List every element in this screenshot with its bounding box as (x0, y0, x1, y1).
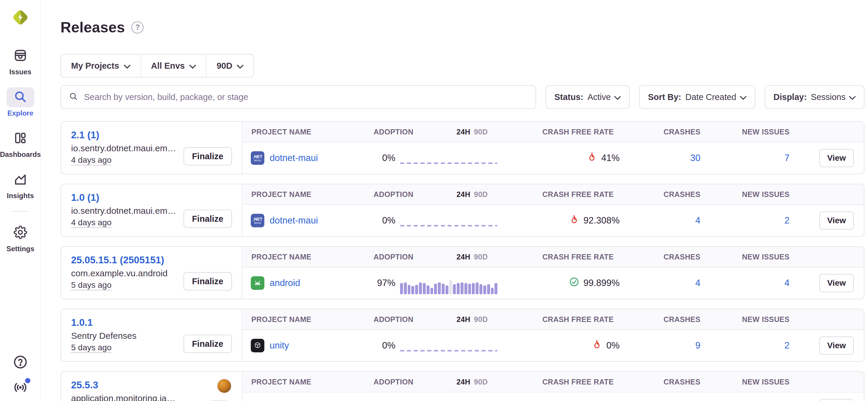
period-90d-toggle[interactable]: 90D (474, 253, 488, 261)
display-dropdown[interactable]: Display: Sessions (765, 85, 865, 109)
sentry-logo-icon[interactable] (11, 8, 30, 27)
settings-icon (13, 226, 27, 240)
net-icon-text: .NET (253, 217, 262, 222)
sort-by-dropdown-label: Sort By: (648, 92, 681, 102)
help-button[interactable] (13, 355, 28, 370)
dashboards-icon (13, 131, 27, 146)
net-icon-text: .NET (253, 155, 262, 159)
sort-by-dropdown-value: Date Created (685, 92, 736, 102)
release-table-header: PROJECT NAME ADOPTION 24H90D CRASH FREE … (243, 372, 864, 393)
check-circle-icon (569, 276, 580, 290)
sidebar-item-insights[interactable]: Insights (6, 170, 34, 200)
dotnet-maui-platform-icon: .NET MAUI (251, 214, 265, 227)
period-24h-toggle[interactable]: 24H (457, 128, 470, 136)
adoption-value: 0% (369, 215, 395, 226)
view-button[interactable]: View (819, 211, 854, 230)
new-issues-link[interactable]: 2 (784, 215, 789, 226)
whats-new-button[interactable] (13, 380, 28, 396)
new-issues-link[interactable]: 2 (784, 340, 789, 350)
release-table-header: PROJECT NAME ADOPTION 24H90D CRASH FREE … (243, 184, 864, 205)
maui-icon-text: MAUI (254, 222, 261, 224)
release-card: 1.0 (1) io.sentry.dotnet.maui.em… 4 days… (60, 184, 864, 237)
sidebar-divider (12, 211, 29, 212)
status-dropdown[interactable]: Status: Active (546, 85, 630, 109)
sidebar-item-label: Explore (7, 109, 33, 118)
view-button[interactable]: View (819, 274, 854, 292)
crash-free-value: 92.308% (584, 215, 620, 226)
crashes-link[interactable]: 30 (690, 153, 701, 163)
view-button[interactable]: View (819, 399, 854, 401)
flame-icon (569, 214, 580, 227)
environments-filter[interactable]: All Envs (141, 55, 206, 77)
column-crashes: CRASHES (622, 128, 705, 136)
period-24h-toggle[interactable]: 24H (457, 315, 470, 324)
column-crashes: CRASHES (622, 378, 705, 386)
release-list: 2.1 (1) io.sentry.dotnet.maui.em… 4 days… (60, 121, 864, 401)
sidebar-item-issues[interactable]: Issues (6, 46, 34, 76)
period-24h-toggle[interactable]: 24H (457, 253, 470, 261)
column-adoption: ADOPTION (374, 378, 413, 386)
sort-by-dropdown[interactable]: Sort By: Date Created (639, 85, 755, 109)
sidebar-footer (13, 355, 28, 396)
sidebar-item-settings[interactable]: Settings (6, 223, 34, 253)
column-new-issues: NEW ISSUES (705, 190, 793, 199)
period-90d-toggle[interactable]: 90D (474, 128, 488, 136)
dotnet-maui-platform-icon: .NET MAUI (251, 151, 265, 165)
issues-icon (13, 48, 27, 63)
release-version-link[interactable]: 2.1 (1) (71, 129, 99, 141)
project-link[interactable]: dotnet-maui (270, 215, 318, 226)
view-button[interactable]: View (819, 149, 854, 167)
sidebar-item-label: Settings (6, 245, 34, 253)
project-link[interactable]: android (270, 278, 300, 288)
adoption-chart-empty (400, 163, 497, 164)
chevron-down-icon (740, 92, 746, 102)
sidebar-item-explore[interactable]: Explore (6, 87, 34, 118)
new-issues-link[interactable]: 4 (784, 278, 789, 288)
finalize-button[interactable]: Finalize (184, 147, 232, 165)
release-version-link[interactable]: 25.5.3 (71, 379, 98, 391)
finalize-button[interactable]: Finalize (184, 335, 232, 353)
projects-filter[interactable]: My Projects (61, 55, 141, 77)
release-created: 4 days ago (71, 156, 112, 165)
release-author-avatar[interactable] (217, 379, 231, 393)
period-24h-toggle[interactable]: 24H (457, 190, 470, 199)
finalize-button[interactable]: Finalize (184, 272, 232, 291)
page-help-icon[interactable]: ? (131, 21, 144, 34)
column-new-issues: NEW ISSUES (705, 315, 793, 324)
column-project-name: PROJECT NAME (243, 190, 369, 199)
release-version-link[interactable]: 25.05.15.1 (2505151) (71, 255, 164, 266)
display-dropdown-value: Sessions (811, 92, 845, 102)
crashes-link[interactable]: 4 (695, 215, 701, 226)
period-90d-toggle[interactable]: 90D (474, 378, 488, 386)
period-90d-toggle[interactable]: 90D (474, 190, 488, 199)
projects-filter-label: My Projects (71, 61, 119, 71)
sidebar-item-dashboards[interactable]: Dashboards (0, 129, 41, 159)
period-24h-toggle[interactable]: 24H (457, 378, 470, 386)
column-crashes: CRASHES (622, 253, 705, 261)
sidebar-item-label: Dashboards (0, 151, 41, 159)
view-button[interactable]: View (819, 336, 854, 355)
finalize-button[interactable]: Finalize (184, 210, 232, 228)
release-version-link[interactable]: 1.0.1 (71, 317, 93, 328)
search-input[interactable] (84, 92, 528, 102)
page-title: Releases (60, 19, 125, 36)
page-filter-bar: My Projects All Envs 90D (60, 54, 254, 77)
release-project-row: react 100% 93.679% 20k 34 (243, 393, 864, 401)
release-project-row: android 97% 99.899% 4 4 (243, 267, 864, 299)
project-link[interactable]: dotnet-maui (270, 153, 318, 163)
release-project-row: .NET MAUI dotnet-maui 0% (243, 142, 864, 174)
project-link[interactable]: unity (270, 340, 289, 351)
period-90d-toggle[interactable]: 90D (474, 315, 488, 324)
crashes-link[interactable]: 9 (695, 340, 701, 350)
date-range-filter[interactable]: 90D (206, 55, 253, 77)
release-package: application.monitoring.ja… (71, 393, 198, 401)
column-crashes: CRASHES (622, 315, 705, 324)
release-version-link[interactable]: 1.0 (1) (71, 192, 99, 203)
crashes-link[interactable]: 4 (695, 278, 701, 288)
release-created: 5 days ago (71, 343, 112, 353)
notification-dot (25, 378, 30, 383)
new-issues-link[interactable]: 7 (784, 153, 789, 163)
adoption-bar-chart (400, 279, 497, 294)
release-package: com.example.vu.android (71, 268, 198, 278)
flame-icon (592, 339, 602, 352)
